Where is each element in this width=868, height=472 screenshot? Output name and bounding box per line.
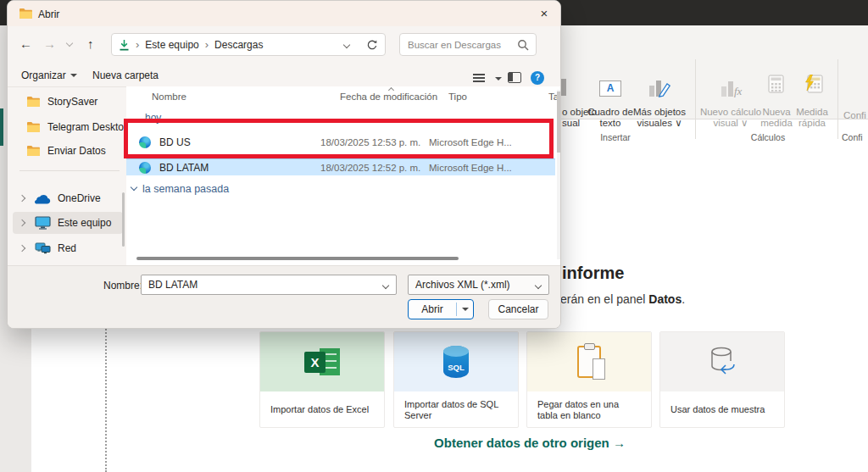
collapse-chevron-icon — [131, 184, 137, 191]
sidebar-item-network[interactable]: Red — [14, 239, 123, 258]
close-icon[interactable]: × — [533, 3, 555, 24]
group-header-last-week[interactable]: la semana pasada — [131, 180, 229, 196]
this-pc-icon — [35, 216, 51, 230]
canvas-subtitle-fragment: erán en el panel Datos. — [560, 292, 685, 306]
card-import-excel[interactable]: X Importar datos de Excel — [259, 331, 385, 428]
folder-icon — [26, 96, 41, 108]
filename-combobox[interactable]: BD LATAM — [141, 275, 397, 295]
sidebar-divider — [19, 170, 120, 171]
ribbon-divider — [695, 59, 696, 139]
sidebar-item-onedrive[interactable]: OneDrive — [14, 189, 123, 208]
new-folder-button[interactable]: Nueva carpeta — [92, 69, 159, 81]
back-button[interactable]: ← — [19, 36, 32, 51]
filetype-dropdown[interactable]: Archivos XML (*.xml) — [408, 275, 549, 295]
breadcrumb-separator: › — [205, 38, 209, 51]
quick-measure-button[interactable]: Medidarápida — [787, 107, 837, 129]
get-data-other-source-link[interactable]: Obtener datos de otro origen → — [364, 436, 695, 450]
folder-icon — [26, 121, 41, 133]
quick-measure-icon — [804, 75, 824, 93]
new-calc-icon: fx — [719, 76, 744, 102]
file-row-bd-latam[interactable]: BD LATAM 18/03/2025 12:52 p. m. Microsof… — [126, 158, 555, 175]
expand-chevron-icon[interactable] — [19, 245, 25, 252]
organize-menu[interactable]: Organizar — [21, 69, 77, 81]
config-button-fragment[interactable]: Confi — [843, 110, 868, 121]
filename-chevron-icon[interactable] — [382, 282, 389, 289]
refresh-icon[interactable] — [366, 39, 378, 51]
card-paste-blank-table[interactable]: Pegar datos en una tabla en blanco — [526, 331, 652, 428]
column-header-type[interactable]: Tipo — [448, 92, 467, 102]
view-mode-caret-icon[interactable] — [495, 77, 502, 81]
sample-database-icon — [660, 332, 784, 391]
up-button[interactable]: ↑ — [87, 36, 94, 51]
filetype-chevron-icon[interactable] — [535, 282, 542, 289]
card-sample-data[interactable]: Usar datos de muestra — [659, 331, 785, 428]
ribbon-group-config-fragment: Confi — [842, 132, 868, 142]
ribbon-group-calculations: Cálculos — [743, 132, 793, 142]
sidebar-item-this-pc[interactable]: Este equipo — [14, 214, 123, 232]
address-dropdown-chevron-icon[interactable] — [343, 42, 350, 48]
network-icon — [35, 242, 51, 254]
onedrive-icon — [35, 193, 51, 204]
preview-pane-icon[interactable] — [508, 72, 521, 83]
breadcrumb-separator: › — [136, 38, 139, 51]
cancel-button[interactable]: Cancelar — [488, 299, 548, 319]
filename-label: Nombre: — [103, 280, 142, 292]
more-visuals-button[interactable]: Más objetosvisuales ∨ — [626, 107, 693, 129]
report-view-indicator — [0, 108, 3, 146]
forward-button[interactable]: → — [43, 36, 56, 51]
sidebar-item-enviar-datos[interactable]: Enviar Datos — [26, 142, 135, 160]
sidebar-item-telegram[interactable]: Telegram Deskto — [26, 118, 135, 136]
recent-locations-chevron-icon[interactable] — [66, 40, 73, 47]
more-visuals-icon — [648, 76, 671, 100]
search-input[interactable] — [408, 35, 514, 54]
screen: o objetosual XA Cuadro detexto Más objet… — [0, 0, 868, 472]
folder-icon — [26, 145, 41, 157]
column-header-name[interactable]: Nombre — [152, 92, 186, 102]
excel-icon: X — [260, 332, 384, 391]
new-measure-icon — [768, 75, 784, 93]
expand-chevron-icon[interactable] — [19, 195, 25, 202]
ribbon-group-insert: Insertar — [590, 132, 641, 142]
dialog-title: Abrir — [38, 8, 59, 20]
sidebar-scrollbar[interactable] — [122, 192, 125, 247]
sql-server-icon: SQL — [394, 332, 518, 391]
annotation-highlight-box — [124, 119, 554, 158]
open-dialog: Abrir × ← → ↑ › Este equipo › Descargas — [7, 0, 561, 329]
svg-text:fx: fx — [734, 85, 743, 97]
expand-chevron-icon[interactable] — [19, 219, 25, 226]
sidebar-item-storysaver[interactable]: StorySaver — [26, 92, 135, 111]
breadcrumb-downloads[interactable]: Descargas — [214, 39, 263, 51]
file-list: Nombre Fecha de modificación Tipo Ta hoy… — [126, 86, 561, 265]
breadcrumb-this-pc[interactable]: Este equipo — [145, 39, 198, 51]
caret-down-icon — [70, 74, 77, 77]
view-mode-icon[interactable] — [473, 74, 485, 75]
downloads-icon — [119, 39, 130, 51]
card-import-sql[interactable]: SQL Importar datos de SQL Server — [393, 331, 519, 428]
help-icon[interactable]: ? — [531, 71, 544, 85]
dialog-footer: Nombre: BD LATAM Archivos XML (*.xml) Ab… — [8, 265, 561, 329]
address-bar[interactable]: › Este equipo › Descargas — [111, 33, 386, 56]
edge-file-icon — [139, 162, 151, 174]
search-box[interactable] — [399, 33, 537, 56]
clipboard-icon — [527, 332, 651, 391]
column-header-date[interactable]: Fecha de modificación — [340, 92, 437, 102]
open-split-caret-icon[interactable] — [462, 308, 469, 311]
dialog-app-icon — [19, 8, 33, 19]
open-button[interactable]: Abrir — [408, 299, 474, 319]
canvas-heading-fragment: informe — [562, 264, 624, 283]
ribbon-divider — [837, 59, 838, 139]
dialog-titlebar: Abrir × — [8, 1, 560, 26]
list-scrollbar[interactable] — [557, 90, 561, 259]
text-box-icon: XA — [599, 81, 621, 97]
horizontal-scrollbar[interactable] — [136, 257, 459, 260]
search-icon — [517, 39, 529, 51]
